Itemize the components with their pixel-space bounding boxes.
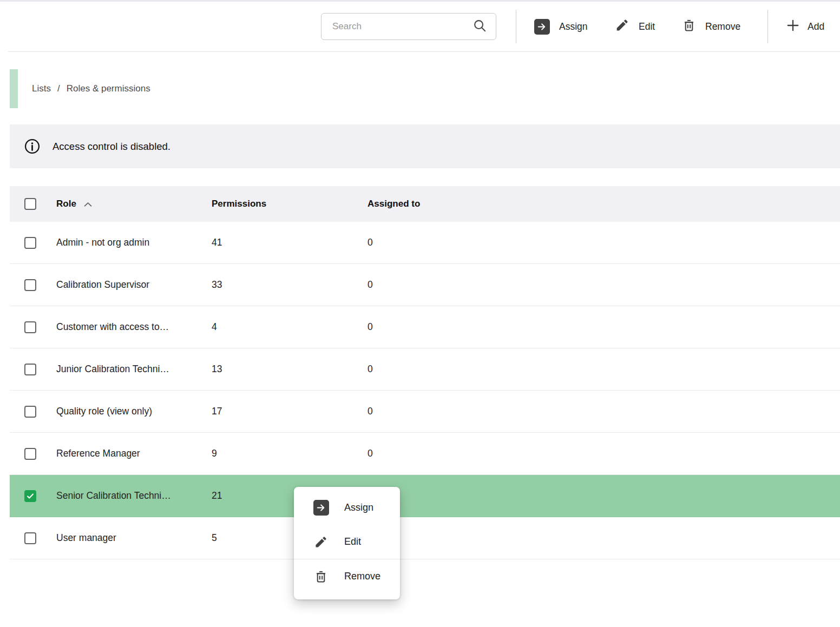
table-row[interactable]: Admin - not org admin 41 0 [10,222,840,264]
context-menu-item-remove[interactable]: Remove [294,559,400,593]
table-row[interactable]: Customer with access to… 4 0 [10,306,840,348]
context-menu-label: Edit [344,536,361,547]
table-body: Admin - not org admin 41 0 Calibration S… [10,222,840,559]
table-row[interactable]: Reference Manager 9 0 [10,433,840,475]
assigned-to-cell: 0 [368,321,840,333]
role-cell: Admin - not org admin [56,237,212,248]
permissions-cell: 41 [212,237,368,248]
role-cell: Junior Calibration Techni… [56,364,212,375]
add-button-label: Add [808,21,824,32]
permissions-cell: 9 [212,448,368,459]
context-menu-item-assign[interactable]: Assign [294,491,400,525]
assign-arrow-icon [534,19,550,35]
edit-button[interactable]: Edit [615,13,655,40]
table-row[interactable]: Calibration Supervisor 33 0 [10,264,840,306]
toolbar-divider [516,10,516,43]
assigned-to-column-header[interactable]: Assigned to [368,199,840,209]
table-row[interactable]: Junior Calibration Techni… 13 0 [10,348,840,391]
permissions-column-header[interactable]: Permissions [212,199,368,209]
permissions-cell: 33 [212,279,368,291]
row-context-menu: Assign Edit Remove [294,487,400,599]
context-menu-item-edit[interactable]: Edit [294,525,400,559]
search-input[interactable] [321,21,469,32]
assigned-to-cell: 0 [368,406,840,417]
add-button[interactable]: Add [786,13,824,40]
role-cell: User manager [56,532,212,544]
row-checkbox[interactable] [24,279,36,291]
toolbar-separator-line [8,51,840,52]
assign-button-label: Assign [559,21,588,32]
breadcrumb-accent-bar [10,69,18,108]
trash-icon [313,570,329,584]
role-cell: Calibration Supervisor [56,279,212,291]
search-button[interactable] [469,18,496,35]
table-header: Role Permissions Assigned to [10,186,840,222]
permissions-cell: 17 [212,406,368,417]
breadcrumb-item-current: Roles & permissions [67,83,150,94]
table-row[interactable]: Quality role (view only) 17 0 [10,391,840,433]
breadcrumb-item-lists[interactable]: Lists [32,83,51,94]
info-banner-text: Access control is disabled. [52,141,170,153]
context-menu-label: Assign [344,502,373,513]
info-banner: Access control is disabled. [10,124,840,168]
remove-button[interactable]: Remove [682,13,740,40]
select-all-checkbox[interactable] [24,198,36,210]
row-checkbox[interactable] [24,532,36,544]
search-box[interactable] [321,13,496,40]
role-cell: Senior Calibration Techni… [56,490,212,501]
pencil-icon [313,535,329,549]
assign-arrow-icon [313,500,329,516]
assigned-to-cell: 0 [368,364,840,375]
breadcrumb: Lists / Roles & permissions [10,69,150,108]
row-checkbox[interactable] [24,490,36,502]
role-column-header[interactable]: Role [56,199,212,209]
row-checkbox[interactable] [24,237,36,249]
plus-icon [786,18,800,35]
breadcrumb-separator: / [57,83,60,94]
edit-button-label: Edit [639,21,655,32]
search-icon [472,18,487,35]
toolbar-divider [767,10,768,43]
role-cell: Reference Manager [56,448,212,459]
top-border-strip [0,0,840,2]
assigned-to-cell: 0 [368,448,840,459]
info-icon [24,138,40,154]
row-checkbox[interactable] [24,448,36,460]
row-checkbox[interactable] [24,364,36,375]
context-menu-label: Remove [344,571,380,582]
permissions-cell: 4 [212,321,368,333]
table-row-selected[interactable]: Senior Calibration Techni… 21 [10,475,840,517]
remove-button-label: Remove [705,21,740,32]
assigned-to-cell: 0 [368,279,840,291]
role-cell: Customer with access to… [56,321,212,333]
row-checkbox[interactable] [24,406,36,418]
role-cell: Quality role (view only) [56,406,212,417]
assigned-to-cell: 0 [368,237,840,248]
permissions-cell: 13 [212,364,368,375]
assign-button[interactable]: Assign [534,13,588,40]
row-checkbox[interactable] [24,321,36,333]
sort-ascending-icon [84,202,92,207]
table-row[interactable]: User manager 5 [10,517,840,559]
trash-icon [682,18,696,35]
pencil-icon [615,18,629,35]
